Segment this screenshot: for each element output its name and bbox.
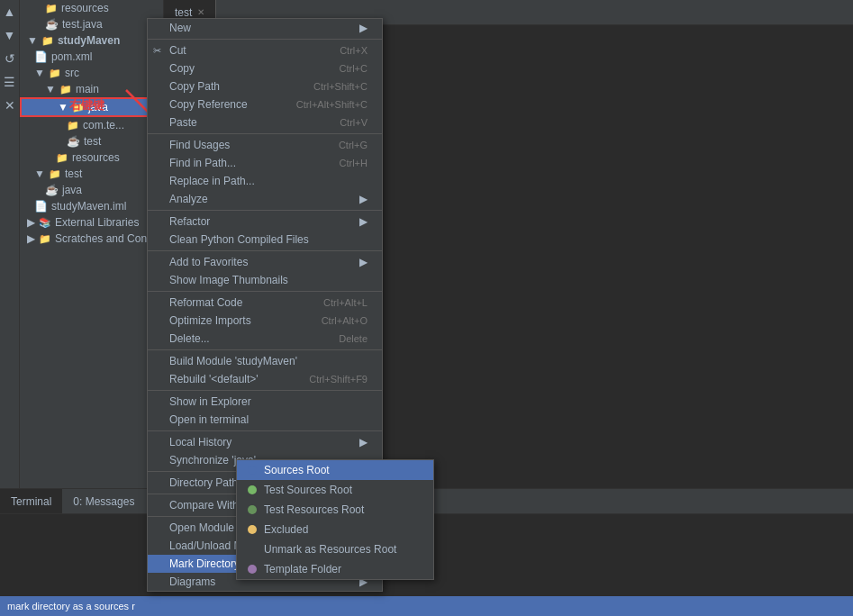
menu-item-delete[interactable]: Delete... Delete [148, 330, 382, 348]
status-bar: mark directory as a sources r [0, 596, 853, 616]
menu-item-label: Paste [169, 116, 197, 129]
menu-item-label: Cut [169, 44, 186, 57]
menu-item-show-explorer[interactable]: Show in Explorer [148, 393, 382, 411]
menu-item-refactor[interactable]: Refactor ▶ [148, 213, 382, 231]
sidebar-item-java[interactable]: ▼ 📁 java [20, 97, 163, 117]
menu-item-label: New [169, 22, 191, 34]
scroll-down-icon[interactable]: ▼ [2, 27, 18, 43]
mark-directory-submenu: Sources Root Test Sources Root Test Reso… [236, 459, 434, 488]
sidebar-item-label: resources [72, 151, 120, 164]
menu-item-copy-path[interactable]: Copy Path Ctrl+Shift+C [148, 77, 382, 95]
sidebar-item-iml[interactable]: 📄 studyMaven.iml [20, 198, 163, 214]
sidebar-item-main[interactable]: ▼ 📁 main [20, 81, 163, 97]
sidebar-item-studymaven[interactable]: ▼ 📁 studyMaven [20, 32, 163, 49]
menu-item-label: Show in Explorer [169, 395, 251, 408]
menu-item-open-terminal[interactable]: Open in terminal [148, 411, 382, 429]
submenu-item-sources-root[interactable]: Sources Root [237, 460, 433, 480]
menu-item-replace[interactable]: Replace in Path... [148, 172, 382, 190]
submenu-arrow-icon: ▶ [359, 193, 368, 205]
project-sidebar: 📁 resources ☕ test.java ▼ 📁 studyMaven 📄… [20, 0, 164, 488]
expand-icon: ▶ [27, 232, 35, 245]
folder-icon: 📁 [56, 152, 68, 164]
menu-item-label: Delete... [169, 332, 210, 345]
menu-separator [148, 133, 382, 134]
folder-icon: 📁 [59, 84, 72, 95]
shortcut-label: Ctrl+C [340, 63, 368, 74]
menu-item-clean[interactable]: Clean Python Compiled Files [148, 231, 382, 249]
sidebar-item-src[interactable]: ▼ 📁 src [20, 65, 163, 81]
tab-label: test [175, 6, 192, 19]
shortcut-label: Ctrl+Shift+C [313, 81, 368, 92]
submenu-arrow-icon: ▶ [359, 215, 368, 228]
sidebar-item-test-class[interactable]: ☕ test [20, 133, 163, 149]
menu-item-build[interactable]: Build Module 'studyMaven' [148, 352, 382, 370]
sidebar-item-label: pom.xml [51, 50, 92, 63]
java-icon: ☕ [67, 135, 80, 148]
menu-item-rebuild[interactable]: Rebuild '<default>' Ctrl+Shift+F9 [148, 370, 382, 388]
sidebar-item-label: java [88, 101, 108, 113]
shortcut-label: Ctrl+Alt+O [322, 315, 368, 326]
sidebar-item-label: resources [61, 2, 109, 14]
menu-item-find-usages[interactable]: Find Usages Ctrl+G [148, 136, 382, 154]
expand-icon: ▼ [58, 101, 68, 113]
menu-separator [148, 430, 382, 431]
menu-item-reformat[interactable]: Reformat Code Ctrl+Alt+L [148, 294, 382, 312]
menu-item-local-history[interactable]: Local History ▶ [148, 433, 382, 451]
sidebar-item-com[interactable]: 📁 com.te... [20, 117, 163, 133]
refresh-icon[interactable]: ↺ [2, 50, 18, 67]
sidebar-item-resources2[interactable]: 📁 resources [20, 149, 163, 166]
left-toolbar: ▲ ▼ ↺ ☰ ✕ [0, 0, 20, 488]
menu-item-label: Directory Path [169, 476, 238, 488]
menu-icon[interactable]: ☰ [2, 74, 18, 90]
xml-icon: 📄 [34, 50, 48, 63]
iml-icon: 📄 [34, 200, 48, 213]
close-icon[interactable]: ✕ [2, 97, 18, 113]
menu-item-analyze[interactable]: Analyze ▶ [148, 190, 382, 208]
menu-item-new[interactable]: New ▶ [148, 19, 382, 37]
shortcut-label: Ctrl+H [340, 158, 368, 168]
expand-icon: ▶ [27, 216, 35, 229]
sidebar-item-ext-libs[interactable]: ▶ 📚 External Libraries [20, 214, 163, 231]
folder-icon: 📚 [39, 217, 51, 229]
sidebar-item-test[interactable]: ▼ 📁 test [20, 166, 163, 182]
menu-item-copy-reference[interactable]: Copy Reference Ctrl+Alt+Shift+C [148, 95, 382, 113]
submenu-arrow-icon: ▶ [359, 22, 368, 34]
shortcut-label: Delete [339, 333, 368, 344]
sidebar-item-label: com.te... [83, 119, 124, 131]
menu-item-find-path[interactable]: Find in Path... Ctrl+H [148, 154, 382, 172]
status-text: mark directory as a sources r [7, 601, 135, 611]
submenu-item-test-sources-root[interactable]: Test Sources Root [237, 480, 433, 488]
cut-icon: ✂ [153, 45, 161, 57]
submenu-item-label: Test Sources Root [264, 484, 352, 488]
menu-item-cut[interactable]: ✂ Cut Ctrl+X [148, 41, 382, 59]
sidebar-item-pom[interactable]: 📄 pom.xml [20, 49, 163, 65]
menu-item-thumbnails[interactable]: Show Image Thumbnails [148, 271, 382, 289]
menu-item-label: Rebuild '<default>' [169, 373, 259, 385]
menu-item-label: Refactor [169, 215, 210, 228]
tab-terminal[interactable]: Terminal [0, 489, 62, 513]
menu-item-label: Show Image Thumbnails [169, 274, 288, 286]
menu-item-copy[interactable]: Copy Ctrl+C [148, 59, 382, 77]
tab-messages[interactable]: 0: Messages [62, 489, 145, 513]
tab-terminal-label: Terminal [11, 495, 51, 508]
sidebar-item-resources[interactable]: 📁 resources [20, 0, 163, 16]
java-icon: ☕ [45, 184, 59, 196]
sidebar-item-scratches[interactable]: ▶ 📁 Scratches and Consoles [20, 231, 163, 247]
shortcut-label: Ctrl+G [339, 140, 368, 150]
tab-close-icon[interactable]: ✕ [197, 7, 204, 17]
expand-icon: ▼ [34, 168, 45, 180]
sidebar-item-java2[interactable]: ☕ java [20, 182, 163, 198]
folder-icon: 📁 [67, 120, 79, 131]
app-container: ▲ ▼ ↺ ☰ ✕ 📁 resources ☕ test.java ▼ 📁 st… [0, 0, 853, 616]
scroll-up-icon[interactable]: ▲ [2, 4, 18, 20]
sidebar-item-label: studyMaven.iml [51, 200, 126, 213]
shortcut-label: Ctrl+X [340, 45, 368, 56]
menu-item-favorites[interactable]: Add to Favorites ▶ [148, 253, 382, 271]
menu-separator [148, 210, 382, 211]
menu-item-paste[interactable]: Paste Ctrl+V [148, 113, 382, 131]
shortcut-label: Ctrl+Alt+Shift+C [296, 99, 368, 110]
menu-item-optimize[interactable]: Optimize Imports Ctrl+Alt+O [148, 312, 382, 330]
menu-item-label: Find Usages [169, 139, 230, 151]
folder-icon: 📁 [41, 35, 54, 47]
sidebar-item-test-java[interactable]: ☕ test.java [20, 16, 163, 32]
